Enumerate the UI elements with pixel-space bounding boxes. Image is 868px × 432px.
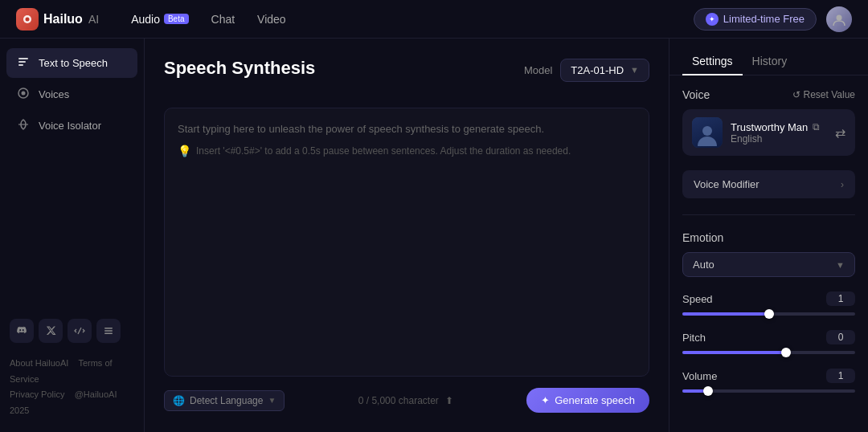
voices-label: Voices [39, 88, 69, 100]
emotion-section: Emotion Auto ▼ [682, 231, 855, 277]
divider-1 [682, 214, 855, 215]
speed-slider[interactable] [682, 312, 855, 316]
nav-video[interactable]: Video [248, 8, 296, 31]
voice-lang: English [731, 133, 827, 145]
discord-icon[interactable] [10, 319, 34, 343]
user-avatar[interactable] [826, 6, 852, 32]
sidebar-bottom: About HailuoAI Terms of Service Privacy … [6, 312, 137, 422]
tab-settings[interactable]: Settings [682, 48, 743, 75]
voice-avatar [692, 117, 723, 148]
editor-placeholder: Start typing here to unleash the power o… [178, 121, 636, 138]
volume-section: Volume 1 [682, 369, 855, 393]
settings-panel: Settings History Voice ↺ Reset Value [669, 39, 868, 432]
emotion-chevron-icon: ▼ [836, 260, 845, 270]
volume-thumb[interactable] [703, 386, 713, 396]
volume-header: Volume 1 [682, 369, 855, 383]
panel-content: Voice ↺ Reset Value [669, 75, 868, 406]
pitch-slider[interactable] [682, 351, 855, 354]
speed-fill [682, 312, 769, 316]
model-chevron-icon: ▼ [630, 65, 639, 75]
logo[interactable]: Hailuo AI [16, 8, 99, 31]
menu-icon[interactable] [96, 319, 121, 343]
volume-label: Volume [682, 370, 717, 382]
nav-right: ✦ Limited-time Free [694, 6, 852, 32]
svg-rect-10 [104, 328, 113, 329]
voice-isolator-icon [16, 118, 31, 133]
editor-hint: 💡 Insert '<#0.5#>' to add a 0.5s pause b… [178, 145, 636, 157]
logo-ai: AI [88, 13, 99, 26]
voice-swap-icon[interactable]: ⇄ [835, 125, 845, 141]
x-twitter-icon[interactable] [39, 319, 63, 343]
modifier-chevron-icon: › [841, 179, 844, 190]
emotion-select[interactable]: Auto ▼ [682, 252, 855, 277]
content-area: Speech Synthesis Model T2A-01-HD ▼ Start… [145, 39, 669, 432]
svg-point-1 [26, 17, 30, 21]
tts-icon [16, 55, 31, 71]
text-editor[interactable]: Start typing here to unleash the power o… [164, 108, 649, 377]
voice-modifier-label: Voice Modifier [694, 178, 760, 190]
svg-rect-4 [18, 61, 26, 63]
pitch-label: Pitch [682, 332, 706, 344]
char-count: 0 / 5,000 character ⬆ [358, 395, 453, 406]
nav-chat[interactable]: Chat [202, 8, 245, 31]
pitch-fill [682, 351, 786, 354]
voice-name: Trustworthy Man ⧉ [731, 121, 827, 133]
volume-slider[interactable] [682, 389, 855, 393]
lang-detect[interactable]: 🌐 Detect Language ▼ [164, 390, 285, 411]
speed-header: Speed 1 [682, 291, 855, 306]
svg-rect-3 [18, 58, 28, 59]
voice-modifier[interactable]: Voice Modifier › [682, 170, 855, 198]
generate-button[interactable]: ✦ Generate speech [526, 388, 649, 413]
svg-rect-5 [18, 64, 23, 66]
page-title: Speech Synthesis [164, 58, 315, 79]
pitch-section: Pitch 0 [682, 330, 855, 354]
free-button[interactable]: ✦ Limited-time Free [694, 8, 817, 31]
emotion-title: Emotion [682, 231, 723, 244]
tts-label: Text to Speech [39, 57, 108, 69]
pitch-value: 0 [826, 330, 855, 344]
volume-value: 1 [826, 369, 855, 383]
panel-tabs: Settings History [669, 39, 868, 75]
logo-name: Hailuo [43, 12, 83, 26]
main-layout: Text to Speech Voices Voice Isolator [0, 39, 868, 432]
share-icon: ⬆ [445, 395, 453, 406]
voices-icon [16, 87, 31, 102]
nav-links: Audio Beta Chat Video [121, 8, 694, 31]
sidebar-item-voice-isolator[interactable]: Voice Isolator [6, 111, 137, 141]
svg-point-2 [837, 14, 842, 20]
voice-isolator-label: Voice Isolator [39, 120, 101, 132]
voice-card: Trustworthy Man ⧉ English ⇄ [682, 109, 855, 156]
logo-icon [16, 8, 39, 31]
speed-thumb[interactable] [764, 309, 774, 319]
sidebar-item-voices[interactable]: Voices [6, 79, 137, 109]
speed-value: 1 [826, 291, 855, 306]
voice-section-header: Voice ↺ Reset Value [682, 88, 855, 101]
nav-audio[interactable]: Audio Beta [121, 8, 198, 31]
emotion-header: Emotion [682, 231, 855, 244]
svg-line-9 [78, 328, 81, 334]
reset-icon: ↺ [792, 89, 800, 100]
about-link[interactable]: About HailuoAI [10, 358, 68, 368]
model-bar: Model T2A-01-HD ▼ [524, 59, 649, 82]
voice-title: Voice [682, 88, 710, 101]
lang-chevron-icon: ▼ [268, 396, 276, 405]
globe-icon: 🌐 [173, 395, 185, 406]
pitch-thumb[interactable] [781, 348, 791, 357]
tab-history[interactable]: History [743, 48, 797, 75]
svg-rect-12 [104, 332, 113, 334]
svg-rect-11 [104, 330, 113, 332]
voice-section: Voice ↺ Reset Value [682, 88, 855, 156]
voice-info: Trustworthy Man ⧉ English [731, 121, 827, 145]
privacy-link[interactable]: Privacy Policy [10, 389, 64, 399]
speed-section: Speed 1 [682, 291, 855, 316]
reset-button[interactable]: ↺ Reset Value [792, 89, 855, 100]
audio-badge: Beta [164, 14, 189, 24]
speed-label: Speed [682, 293, 713, 305]
copy-icon[interactable]: ⧉ [813, 121, 820, 132]
social-icons [6, 312, 137, 349]
pitch-header: Pitch 0 [682, 330, 855, 344]
sidebar-item-text-to-speech[interactable]: Text to Speech [6, 48, 137, 78]
api-icon[interactable] [68, 319, 92, 343]
hint-icon: 💡 [178, 145, 191, 157]
model-select[interactable]: T2A-01-HD ▼ [560, 59, 649, 82]
